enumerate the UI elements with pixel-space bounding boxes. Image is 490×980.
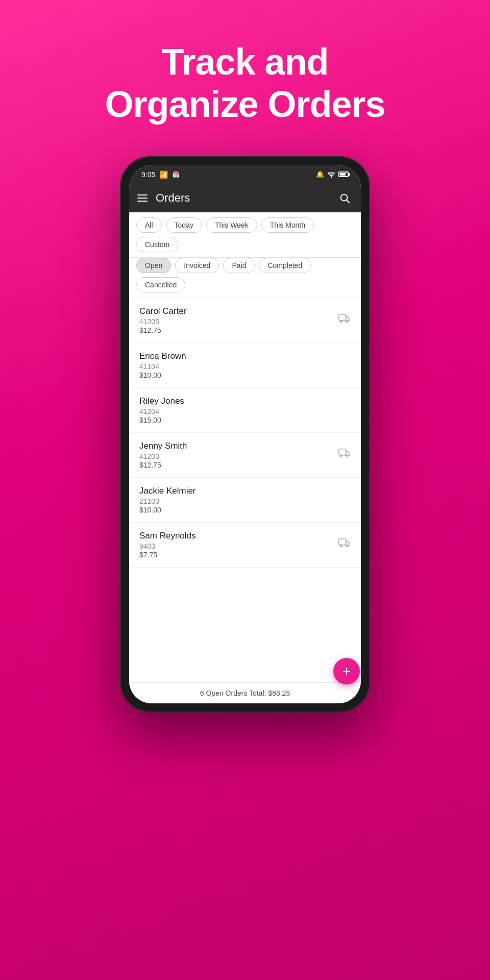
app-bar: Orders xyxy=(129,184,361,212)
table-row[interactable]: Jackie Kelmier 21103 $10.00 xyxy=(129,478,361,523)
time-filter-chip[interactable]: Today xyxy=(166,217,202,233)
status-filter-chip[interactable]: Cancelled xyxy=(136,277,185,292)
svg-rect-3 xyxy=(339,314,346,321)
order-number: 9403 xyxy=(139,542,337,550)
status-filter-row: OpenInvoicedPaidCompletedCancelled xyxy=(129,258,361,298)
time-filter-chip[interactable]: Custom xyxy=(136,237,178,252)
status-filter-chip[interactable]: Completed xyxy=(259,258,311,273)
table-row[interactable]: Jenny Smith 41203 $12.75 xyxy=(129,433,361,478)
bluetooth-icon: 📶 xyxy=(159,170,168,179)
svg-point-8 xyxy=(346,455,348,457)
time-filter-chip[interactable]: All xyxy=(136,217,162,233)
table-row[interactable]: Erica Brown 41104 $10.00 xyxy=(129,343,361,388)
app-bar-title: Orders xyxy=(156,191,328,205)
order-number: 41203 xyxy=(139,452,337,460)
search-button[interactable] xyxy=(336,190,353,206)
delivery-icon xyxy=(337,313,351,327)
order-price: $12.75 xyxy=(139,461,337,469)
order-name: Carol Carter xyxy=(139,306,337,316)
time-filter-chip[interactable]: This Week xyxy=(206,217,257,233)
calendar-icon: 📅 xyxy=(172,171,180,178)
phone-screen: 9:05 📶 📅 🔔 Order xyxy=(129,165,361,703)
mute-icon: 🔔 xyxy=(316,170,324,178)
orders-summary: 6 Open Orders Total: $68.25 xyxy=(200,689,290,697)
svg-point-0 xyxy=(331,176,332,177)
footer-bar: 6 Open Orders Total: $68.25 xyxy=(129,682,361,703)
wifi-icon xyxy=(327,172,335,178)
order-name: Jackie Kelmier xyxy=(139,486,351,496)
order-name: Erica Brown xyxy=(139,351,351,361)
svg-line-2 xyxy=(347,200,349,203)
svg-rect-9 xyxy=(339,539,346,545)
order-price: $15.00 xyxy=(139,416,351,424)
table-row[interactable]: Carol Carter 41205 $12.75 xyxy=(129,298,361,343)
hero-title: Track and Organize Orders xyxy=(105,41,385,126)
status-filter-chip[interactable]: Paid xyxy=(223,258,255,273)
svg-point-4 xyxy=(340,321,342,323)
order-name: Jenny Smith xyxy=(139,441,337,451)
order-name: Riley Jones xyxy=(139,396,351,406)
order-number: 21103 xyxy=(139,497,351,505)
time-filter-chip[interactable]: This Month xyxy=(261,217,314,233)
svg-rect-6 xyxy=(339,449,346,455)
status-bar: 9:05 📶 📅 🔔 xyxy=(129,165,361,184)
status-time: 9:05 xyxy=(141,170,155,179)
delivery-icon xyxy=(337,537,351,552)
order-number: 41204 xyxy=(139,407,351,415)
svg-point-5 xyxy=(346,321,348,323)
battery-icon xyxy=(338,172,349,177)
orders-list: Carol Carter 41205 $12.75 Erica Brown 41… xyxy=(129,298,361,682)
status-filter-chip[interactable]: Open xyxy=(136,258,171,273)
svg-point-10 xyxy=(340,545,342,547)
order-price: $10.00 xyxy=(139,506,351,514)
delivery-icon xyxy=(337,448,351,462)
order-name: Sam Reynolds xyxy=(139,531,337,541)
table-row[interactable]: Sam Reynolds 9403 $7.75 xyxy=(129,523,361,568)
order-number: 41104 xyxy=(139,362,351,371)
time-filter-row: AllTodayThis WeekThis MonthCustom xyxy=(129,212,361,258)
svg-point-7 xyxy=(340,455,342,457)
order-price: $7.75 xyxy=(139,551,337,559)
phone-device: 9:05 📶 📅 🔔 Order xyxy=(120,156,370,713)
table-row[interactable]: Riley Jones 41204 $15.00 xyxy=(129,388,361,433)
add-order-fab[interactable]: + xyxy=(333,658,360,684)
order-number: 41205 xyxy=(139,317,337,326)
status-filter-chip[interactable]: Invoiced xyxy=(175,258,219,273)
order-price: $12.75 xyxy=(139,326,337,334)
menu-button[interactable] xyxy=(137,194,148,202)
svg-point-11 xyxy=(346,545,348,547)
order-price: $10.00 xyxy=(139,371,351,379)
